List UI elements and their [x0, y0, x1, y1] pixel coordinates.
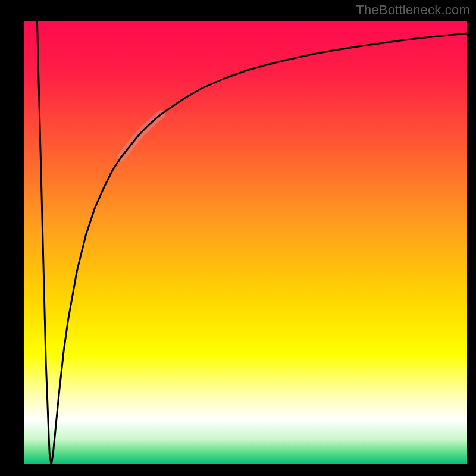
plot-area: [24, 21, 467, 467]
bottleneck-curve: [37, 21, 467, 465]
chart-frame: TheBottleneck.com: [0, 0, 476, 476]
attribution-text: TheBottleneck.com: [356, 2, 470, 18]
curve-layer: [24, 21, 467, 467]
